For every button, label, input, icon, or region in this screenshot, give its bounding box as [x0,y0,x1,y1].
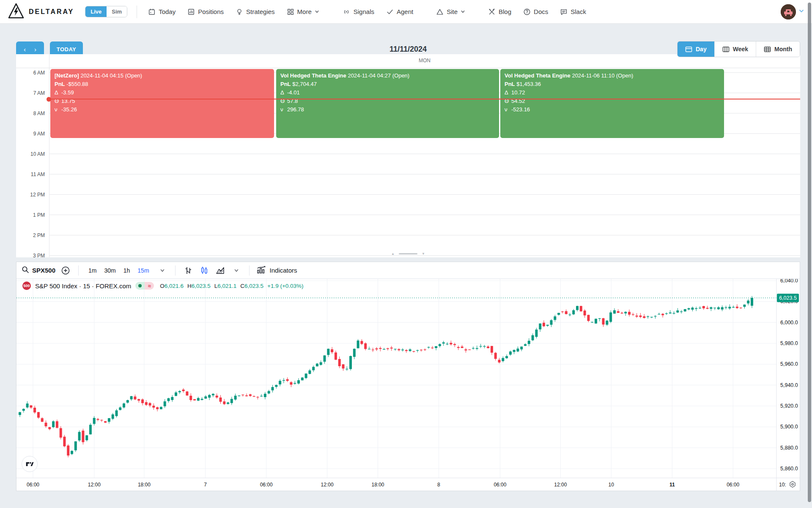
svg-text:5,900.0: 5,900.0 [780,424,798,430]
event-greek-row: Δ10.72 [505,88,720,97]
grid-icon [287,8,294,16]
svg-text:6,040.0: 6,040.0 [780,279,798,284]
day-header-label: MON [49,58,800,64]
nav-item-slack[interactable]: Slack [560,8,586,16]
svg-text:06:00: 06:00 [260,482,273,488]
hour-label: 8 AM [16,110,45,116]
svg-text:18:00: 18:00 [371,482,384,488]
resize-bar[interactable] [399,253,417,254]
help-icon [523,8,531,16]
symbol-search-label[interactable]: SPX500 [32,267,55,274]
timeframe-button-15m[interactable]: 15m [134,265,152,276]
chat-icon [560,8,568,16]
timeframe-button-1h[interactable]: 1h [121,265,133,276]
svg-text:5,980.0: 5,980.0 [780,340,798,346]
broadcast-icon [342,8,351,16]
triangle-icon [436,8,444,16]
user-menu[interactable] [781,4,804,19]
compare-add-button[interactable] [60,265,71,276]
timeframe-button-1m[interactable]: 1m [85,265,99,276]
nav-item-agent[interactable]: Agent [386,8,413,16]
view-switch: DayWeekMonth [677,41,800,57]
mode-toggle: Live Sim [85,6,127,17]
hour-gridline [49,215,800,215]
event-pnl: PnL $2,704.47 [280,80,495,88]
next-day-button[interactable]: › [34,46,36,53]
symbol-title[interactable]: S&P 500 Index · 15 · FOREX.com [35,282,131,290]
view-button-month[interactable]: Month [756,41,800,57]
hour-label: 9 AM [16,131,45,137]
nav-item-signals[interactable]: Signals [342,8,374,16]
hour-label: 12 PM [16,192,45,198]
tools-icon [488,8,496,16]
event-pnl: PnL -$550.88 [55,80,270,88]
event-card[interactable]: [NetZero] 2024-11-04 04:15 (Open)PnL -$5… [50,69,274,138]
svg-text:5,920.0: 5,920.0 [780,403,798,409]
calendar-icon [148,8,156,16]
view-button-day[interactable]: Day [678,41,714,57]
chart-toolbar: SPX500 1m30m1h15m [16,262,800,279]
event-card[interactable]: Vol Hedged Theta Engine 2024-11-06 11:10… [500,69,724,138]
event-title: Vol Hedged Theta Engine 2024-11-06 11:10… [505,72,720,80]
approx-data-icon[interactable]: ≈ [145,282,154,290]
timeframe-menu-chevron-icon[interactable] [156,265,168,276]
nav-item-label: Blog [499,8,511,15]
indicators-label[interactable]: Indicators [270,267,297,274]
hour-label: 3 PM [16,253,45,257]
symbol-search[interactable]: SPX500 [22,266,55,275]
market-open-dot-icon[interactable] [135,282,145,290]
deltaray-logo-icon [8,3,25,21]
tradingview-logo-icon[interactable] [22,456,38,472]
page-scrollbar-thumb[interactable] [808,3,811,502]
positions-icon [187,8,195,16]
avatar[interactable] [781,4,796,19]
view-button-week[interactable]: Week [714,41,756,57]
style-menu-chevron-icon[interactable] [230,265,242,276]
search-icon [22,266,29,275]
svg-text:6,023.5: 6,023.5 [779,295,797,301]
lightbulb-icon [236,8,243,16]
event-card[interactable]: Vol Hedged Theta Engine 2024-11-04 04:27… [276,69,499,138]
nav-item-more[interactable]: More [287,8,319,16]
market-status-pill[interactable]: ≈ [135,282,154,290]
event-greek-row: Θ54.52 [505,97,720,105]
brand: DELTARAY [8,3,74,21]
timeframe-group: 1m30m1h15m [85,265,152,276]
view-button-label: Day [696,46,707,52]
nav-item-blog[interactable]: Blog [488,8,511,16]
nav-item-strategies[interactable]: Strategies [236,8,275,16]
indicators-button[interactable]: Indicators [256,265,297,276]
calendar-grid: ▲ ▼ 6 AM7 AM8 AM9 AM10 AM11 AM12 PM1 PM2… [16,68,800,257]
prev-day-button[interactable]: ‹ [24,46,26,53]
main-nav: TodayPositionsStrategiesMoreSignalsAgent… [148,8,586,16]
user-menu-chevron-icon[interactable] [798,8,804,16]
nav-item-docs[interactable]: Docs [523,8,548,16]
area-style-icon[interactable] [214,265,226,276]
event-greek-row: Δ-4.01 [280,88,495,97]
svg-text:06:00: 06:00 [727,482,739,488]
candles-style-icon[interactable] [198,265,210,276]
candlestick-chart[interactable]: 6,040.06,020.06,000.05,980.05,960.05,940… [16,279,800,491]
svg-text:7: 7 [204,482,207,488]
brand-title: DELTARAY [29,8,74,16]
timeframe-button-30m[interactable]: 30m [102,265,119,276]
live-mode-button[interactable]: Live [85,6,107,17]
toolbar-divider [249,265,250,276]
sp500-badge-icon: 500 [22,282,31,290]
nav-item-site[interactable]: Site [436,8,465,16]
nav-item-today[interactable]: Today [148,8,176,16]
time-gutter-divider [49,54,49,257]
svg-text:06:00: 06:00 [27,482,39,488]
svg-text:12:00: 12:00 [321,482,334,488]
svg-text:12:00: 12:00 [554,482,567,488]
calendar-panel: MON ▲ ▼ 6 AM7 AM8 AM9 AM10 AM11 AM12 PM1… [16,54,800,257]
hour-gridline [49,235,800,235]
chevron-down-icon [461,9,465,14]
svg-text:5,940.0: 5,940.0 [780,382,798,388]
chevron-down-icon [315,9,319,14]
nav-item-positions[interactable]: Positions [187,8,224,16]
nav-item-label: More [297,8,312,15]
bars-style-icon[interactable] [182,265,194,276]
hour-label: 1 PM [16,212,45,218]
sim-mode-button[interactable]: Sim [107,6,127,17]
